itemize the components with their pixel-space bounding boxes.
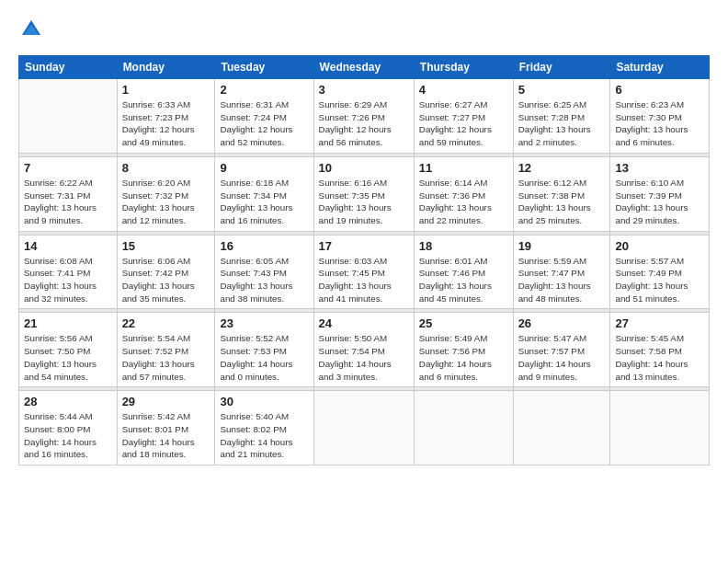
day-info: Sunrise: 5:47 AM Sunset: 7:57 PM Dayligh… [518,332,606,383]
day-cell: 6Sunrise: 6:23 AM Sunset: 7:30 PM Daylig… [610,79,710,154]
day-number: 11 [419,161,508,175]
day-info: Sunrise: 6:23 AM Sunset: 7:30 PM Dayligh… [615,98,704,149]
day-cell [414,391,513,465]
week-row-4: 21Sunrise: 5:56 AM Sunset: 7:50 PM Dayli… [19,313,710,387]
day-cell: 17Sunrise: 6:03 AM Sunset: 7:45 PM Dayli… [313,235,414,309]
day-info: Sunrise: 6:01 AM Sunset: 7:46 PM Dayligh… [419,255,508,305]
day-info: Sunrise: 5:52 AM Sunset: 7:53 PM Dayligh… [220,332,308,383]
day-number: 25 [419,316,508,330]
day-cell: 25Sunrise: 5:49 AM Sunset: 7:56 PM Dayli… [414,313,513,387]
day-cell: 4Sunrise: 6:27 AM Sunset: 7:27 PM Daylig… [414,79,513,154]
day-cell: 10Sunrise: 6:16 AM Sunset: 7:35 PM Dayli… [313,156,414,231]
day-info: Sunrise: 5:57 AM Sunset: 7:49 PM Dayligh… [615,255,704,305]
day-cell: 27Sunrise: 5:45 AM Sunset: 7:58 PM Dayli… [610,313,710,387]
day-number: 22 [122,316,210,330]
day-cell: 24Sunrise: 5:50 AM Sunset: 7:54 PM Dayli… [313,313,414,387]
day-cell: 12Sunrise: 6:12 AM Sunset: 7:38 PM Dayli… [513,156,610,231]
day-cell: 5Sunrise: 6:25 AM Sunset: 7:28 PM Daylig… [513,79,610,154]
day-info: Sunrise: 5:45 AM Sunset: 7:58 PM Dayligh… [615,332,704,383]
weekday-friday: Friday [513,56,610,79]
day-cell: 28Sunrise: 5:44 AM Sunset: 8:00 PM Dayli… [19,391,118,465]
day-number: 10 [319,161,409,175]
day-info: Sunrise: 6:22 AM Sunset: 7:31 PM Dayligh… [24,177,112,227]
day-number: 14 [24,239,112,253]
weekday-monday: Monday [117,56,215,79]
day-cell: 23Sunrise: 5:52 AM Sunset: 7:53 PM Dayli… [215,313,313,387]
weekday-header-row: SundayMondayTuesdayWednesdayThursdayFrid… [19,56,710,79]
day-info: Sunrise: 6:31 AM Sunset: 7:24 PM Dayligh… [220,98,308,149]
day-info: Sunrise: 6:06 AM Sunset: 7:42 PM Dayligh… [122,255,210,305]
day-number: 28 [24,395,112,408]
day-info: Sunrise: 5:44 AM Sunset: 8:00 PM Dayligh… [24,410,112,461]
day-number: 23 [220,316,308,330]
day-info: Sunrise: 6:20 AM Sunset: 7:32 PM Dayligh… [122,177,210,227]
day-info: Sunrise: 6:29 AM Sunset: 7:26 PM Dayligh… [319,98,409,149]
day-number: 21 [24,316,112,330]
day-number: 29 [122,395,210,408]
day-cell: 20Sunrise: 5:57 AM Sunset: 7:49 PM Dayli… [610,235,710,309]
day-cell: 30Sunrise: 5:40 AM Sunset: 8:02 PM Dayli… [215,391,313,465]
week-row-3: 14Sunrise: 6:08 AM Sunset: 7:41 PM Dayli… [19,235,710,309]
day-number: 2 [220,83,308,97]
day-cell: 16Sunrise: 6:05 AM Sunset: 7:43 PM Dayli… [215,235,313,309]
day-cell: 9Sunrise: 6:18 AM Sunset: 7:34 PM Daylig… [215,156,313,231]
day-cell: 15Sunrise: 6:06 AM Sunset: 7:42 PM Dayli… [117,235,215,309]
day-number: 8 [122,161,210,175]
day-number: 13 [615,161,704,175]
weekday-thursday: Thursday [414,56,513,79]
day-number: 27 [615,316,704,330]
week-row-1: 1Sunrise: 6:33 AM Sunset: 7:23 PM Daylig… [19,79,710,154]
weekday-saturday: Saturday [610,56,710,79]
day-cell: 18Sunrise: 6:01 AM Sunset: 7:46 PM Dayli… [414,235,513,309]
day-cell: 2Sunrise: 6:31 AM Sunset: 7:24 PM Daylig… [215,79,313,154]
day-cell: 19Sunrise: 5:59 AM Sunset: 7:47 PM Dayli… [513,235,610,309]
page: SundayMondayTuesdayWednesdayThursdayFrid… [0,0,728,563]
day-number: 20 [615,239,704,253]
day-cell: 21Sunrise: 5:56 AM Sunset: 7:50 PM Dayli… [19,313,118,387]
header [18,17,710,42]
day-number: 4 [419,83,508,97]
day-cell: 14Sunrise: 6:08 AM Sunset: 7:41 PM Dayli… [19,235,118,309]
day-number: 1 [122,83,210,97]
weekday-sunday: Sunday [19,56,118,79]
day-cell: 13Sunrise: 6:10 AM Sunset: 7:39 PM Dayli… [610,156,710,231]
day-number: 18 [419,239,508,253]
day-info: Sunrise: 6:25 AM Sunset: 7:28 PM Dayligh… [518,98,606,149]
day-cell: 1Sunrise: 6:33 AM Sunset: 7:23 PM Daylig… [117,79,215,154]
day-number: 6 [615,83,704,97]
day-number: 24 [319,316,409,330]
week-row-2: 7Sunrise: 6:22 AM Sunset: 7:31 PM Daylig… [19,156,710,231]
day-number: 9 [220,161,308,175]
day-cell: 8Sunrise: 6:20 AM Sunset: 7:32 PM Daylig… [117,156,215,231]
day-number: 15 [122,239,210,253]
day-number: 3 [319,83,409,97]
day-info: Sunrise: 6:03 AM Sunset: 7:45 PM Dayligh… [319,255,409,305]
day-cell: 7Sunrise: 6:22 AM Sunset: 7:31 PM Daylig… [19,156,118,231]
day-cell [19,79,118,154]
day-cell: 11Sunrise: 6:14 AM Sunset: 7:36 PM Dayli… [414,156,513,231]
day-info: Sunrise: 6:08 AM Sunset: 7:41 PM Dayligh… [24,255,112,305]
day-info: Sunrise: 5:49 AM Sunset: 7:56 PM Dayligh… [419,332,508,383]
day-info: Sunrise: 5:56 AM Sunset: 7:50 PM Dayligh… [24,332,112,383]
day-number: 30 [220,395,308,408]
day-number: 16 [220,239,308,253]
day-number: 19 [518,239,606,253]
day-info: Sunrise: 5:42 AM Sunset: 8:01 PM Dayligh… [122,410,210,461]
day-cell [513,391,610,465]
day-number: 7 [24,161,112,175]
day-cell: 3Sunrise: 6:29 AM Sunset: 7:26 PM Daylig… [313,79,414,154]
logo [18,17,50,42]
day-cell: 26Sunrise: 5:47 AM Sunset: 7:57 PM Dayli… [513,313,610,387]
day-info: Sunrise: 6:18 AM Sunset: 7:34 PM Dayligh… [220,177,308,227]
day-info: Sunrise: 6:12 AM Sunset: 7:38 PM Dayligh… [518,177,606,227]
day-info: Sunrise: 5:50 AM Sunset: 7:54 PM Dayligh… [319,332,409,383]
week-row-5: 28Sunrise: 5:44 AM Sunset: 8:00 PM Dayli… [19,391,710,465]
calendar-table: SundayMondayTuesdayWednesdayThursdayFrid… [18,55,710,465]
day-info: Sunrise: 6:05 AM Sunset: 7:43 PM Dayligh… [220,255,308,305]
day-info: Sunrise: 6:16 AM Sunset: 7:35 PM Dayligh… [319,177,409,227]
logo-icon [18,17,44,42]
day-cell: 22Sunrise: 5:54 AM Sunset: 7:52 PM Dayli… [117,313,215,387]
day-info: Sunrise: 6:33 AM Sunset: 7:23 PM Dayligh… [122,98,210,149]
day-info: Sunrise: 6:10 AM Sunset: 7:39 PM Dayligh… [615,177,704,227]
day-info: Sunrise: 5:54 AM Sunset: 7:52 PM Dayligh… [122,332,210,383]
